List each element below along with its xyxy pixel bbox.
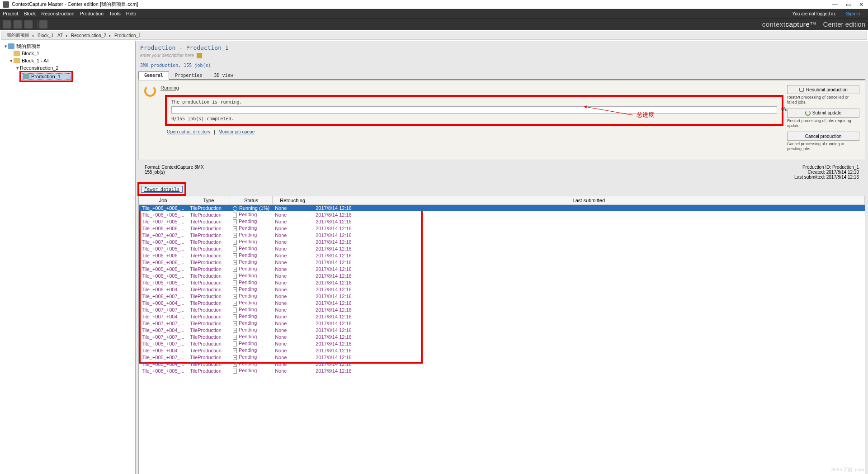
breadcrumb-item[interactable]: 我的新项目 [7,32,29,38]
status-panel: Running The production is running. 0% 0/… [138,80,865,160]
table-row[interactable]: Tile_+006_+006_...TileProductionRunning … [139,204,865,211]
close-button[interactable]: ✕ [859,1,863,8]
col-status[interactable]: Status [230,196,272,204]
refresh-icon [805,110,811,116]
spinner-icon [144,85,156,97]
table-row[interactable]: Tile_+008_+005_...TileProductionPendingN… [139,367,865,374]
project-tree[interactable]: ▾我的新项目 Block_1 ▾Block_1 - AT ▾Reconstruc… [0,41,136,474]
toolbar-save-icon[interactable] [24,20,33,28]
col-job[interactable]: Job [139,196,187,204]
menu-production[interactable]: Production [80,11,104,16]
breadcrumb-item[interactable]: Block_1 - AT [38,33,63,38]
toolbar-separator [37,20,38,28]
watermark: 9553下载 .com [831,466,864,473]
table-row[interactable]: Tile_+006_+004_...TileProductionPendingN… [139,299,865,306]
toolbar-open-icon[interactable] [14,20,22,28]
toolbar: contextcapture™ Center edition [0,18,868,30]
table-row[interactable]: Tile_+005_+006_...TileProductionPendingN… [139,259,865,265]
refresh-icon [799,87,804,92]
login-status: You are not logged in. Sign in [792,11,860,16]
table-row[interactable]: Tile_+007_+007_...TileProductionPendingN… [139,232,865,238]
tab-properties[interactable]: Properties [169,71,208,79]
table-row[interactable]: Tile_+007_+004_...TileProductionPendingN… [139,327,865,333]
annotation-box: The production is running. 0% 0/155 job(… [165,95,783,126]
table-row[interactable]: Tile_+007_+005_...TileProductionPendingN… [139,245,865,252]
project-icon [8,43,14,49]
page-title: Production - Production_1 [140,44,865,51]
description-field[interactable]: enter your description here [140,53,865,58]
table-row[interactable]: Tile_+005_+004_...TileProductionPendingN… [139,347,865,354]
tree-production[interactable]: Production_1 [22,73,71,80]
production-subtitle: 3MX production, 155 job(s) [140,63,865,68]
menu-help[interactable]: Help [126,11,137,16]
table-row[interactable]: Tile_+007_+006_...TileProductionPendingN… [139,238,865,245]
annotation-box: Fewer details [139,184,184,194]
title-bar: ContextCapture Master - Center edition [… [0,0,868,9]
table-row[interactable]: Tile_+007_+004_...TileProductionPendingN… [139,313,865,320]
resubmit-desc: Restart processing of cancelled or faile… [787,95,859,105]
annotation-box: Production_1 [21,72,71,81]
menu-reconstruction[interactable]: Reconstruction [41,11,74,16]
jobs-count: 155 job(s) [145,170,204,175]
cancel-desc: Cancel processing of running or pending … [787,142,859,152]
table-row[interactable]: Tile_+005_+007_...TileProductionPendingN… [139,340,865,347]
breadcrumb-item[interactable]: Production_1 [114,33,141,38]
monitor-queue-link[interactable]: Monitor job queue [218,129,255,134]
col-last-submitted[interactable]: Last submitted [313,196,864,204]
production-id: Production ID: Production_1 [794,165,859,170]
toolbar-new-icon[interactable] [3,20,11,28]
table-row[interactable]: Tile_+006_+006_...TileProductionPendingN… [139,252,865,259]
col-retouching[interactable]: Retouching [272,196,313,204]
table-row[interactable]: Tile_+007_+007_...TileProductionPendingN… [139,333,865,340]
table-row[interactable]: Tile_+005_+007_...TileProductionPendingN… [139,354,865,360]
menu-tools[interactable]: Tools [109,11,121,16]
jobs-completed: 0/155 job(s) completed. [171,116,777,121]
folder-icon [14,58,20,63]
table-row[interactable]: Tile_+005_+005_...TileProductionPendingN… [139,265,865,272]
menu-bar: Project Block Reconstruction Production … [0,9,868,18]
annotation-total-progress: 总进度 [583,111,654,119]
tab-general[interactable]: General [138,71,169,80]
app-icon [3,1,9,8]
format-label: Format: ContextCapture 3MX [145,165,204,170]
submit-update-button[interactable]: Submit update [787,109,859,118]
table-row[interactable]: Tile_+006_+005_...TileProductionPendingN… [139,272,865,279]
maximize-button[interactable]: ▭ [846,1,851,8]
progress-bar: 0% [171,106,777,114]
table-row[interactable]: Tile_+006_+004_...TileProductionPendingN… [139,286,865,293]
open-output-link[interactable]: Open output directory [167,129,210,134]
table-row[interactable]: Tile_+007_+005_...TileProductionPendingN… [139,218,865,225]
table-row[interactable]: Tile_+005_+004_...TileProductionPendingN… [139,360,865,367]
table-row[interactable]: Tile_+007_+007_...TileProductionPendingN… [139,320,865,327]
breadcrumb-item[interactable]: Reconstruction_2 [71,33,106,38]
tree-block[interactable]: Block_1 [3,50,132,57]
created-time: Created: 2017/8/14 12:10 [794,170,859,175]
toolbar-action-icon[interactable] [39,20,47,28]
table-row[interactable]: Tile_+006_+006_...TileProductionPendingN… [139,225,865,232]
tree-root[interactable]: ▾我的新项目 [3,43,132,50]
sign-in-link[interactable]: Sign in [846,11,860,16]
tab-3dview[interactable]: 3D view [208,71,239,79]
table-row[interactable]: Tile_+005_+005_...TileProductionPendingN… [139,279,865,286]
folder-icon [14,51,20,56]
table-row[interactable]: Tile_+007_+007_...TileProductionPendingN… [139,306,865,313]
tree-block-at[interactable]: ▾Block_1 - AT [3,57,132,64]
action-sidebar: Resubmit production Restart processing o… [787,85,859,155]
status-label: Running [160,85,179,90]
menu-project[interactable]: Project [3,11,18,16]
breadcrumb: 我的新项目 ▸ Block_1 - AT ▸ Reconstruction_2 … [1,31,867,40]
table-row[interactable]: Tile_+006_+007_...TileProductionPendingN… [139,293,865,299]
window-title: ContextCapture Master - Center edition [… [12,1,832,8]
table-row[interactable]: Tile_+006_+005_...TileProductionPendingN… [139,211,865,218]
resubmit-button[interactable]: Resubmit production [787,85,859,94]
tree-reconstruction[interactable]: ▾Reconstruction_2 [3,64,132,71]
table-scroll[interactable]: Job Type Status Retouching Last submitte… [139,196,865,474]
fewer-details-button[interactable]: Fewer details [141,186,183,193]
col-type[interactable]: Type [187,196,230,204]
cancel-production-button[interactable]: Cancel production [787,132,859,141]
menu-block[interactable]: Block [24,11,36,16]
jobs-table: Job Type Status Retouching Last submitte… [139,196,865,374]
edition-label: Center edition [823,20,865,28]
minimize-button[interactable]: — [832,1,838,8]
edit-icon[interactable] [197,53,202,58]
